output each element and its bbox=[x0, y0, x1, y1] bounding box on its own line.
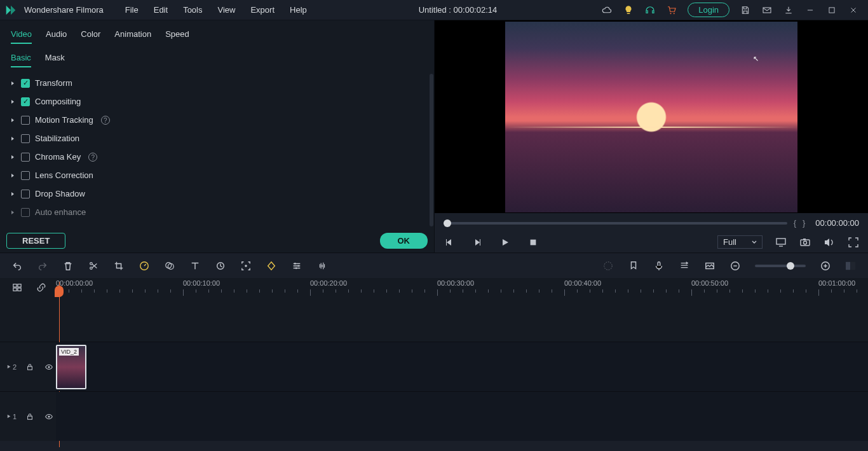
menu-edit[interactable]: Edit bbox=[146, 1, 175, 18]
mark-out-icon[interactable]: } bbox=[803, 218, 805, 228]
stop-icon[interactable] bbox=[527, 237, 539, 248]
chevron-down-icon bbox=[752, 240, 757, 245]
help-icon[interactable]: ? bbox=[101, 116, 110, 125]
panel-footer: RESET OK bbox=[0, 229, 434, 253]
display-icon[interactable] bbox=[775, 237, 787, 248]
play-icon[interactable] bbox=[499, 237, 511, 248]
time-ruler[interactable]: 00:00:00:0000:00:10:0000:00:20:0000:00:3… bbox=[56, 278, 868, 297]
mark-in-icon[interactable]: { bbox=[794, 218, 796, 228]
visibility-icon[interactable] bbox=[43, 411, 55, 422]
cart-icon[interactable] bbox=[666, 4, 677, 16]
undo-icon[interactable] bbox=[11, 260, 23, 272]
ok-button[interactable]: OK bbox=[380, 233, 428, 249]
camera-icon[interactable] bbox=[799, 237, 811, 248]
track-manager-icon[interactable] bbox=[11, 282, 23, 293]
cloud-icon[interactable] bbox=[601, 4, 613, 16]
caret-icon[interactable] bbox=[10, 209, 16, 216]
preview-viewport[interactable]: ↖ bbox=[435, 20, 868, 213]
menu-file[interactable]: File bbox=[118, 1, 146, 18]
prev-frame-icon[interactable] bbox=[444, 237, 455, 248]
checkbox-chroma-key[interactable] bbox=[21, 153, 30, 162]
subtab-mask[interactable]: Mask bbox=[45, 53, 65, 67]
keyframe-icon[interactable] bbox=[266, 260, 277, 272]
caret-icon[interactable] bbox=[10, 117, 16, 123]
redo-icon[interactable] bbox=[37, 260, 48, 272]
tab-animation[interactable]: Animation bbox=[114, 29, 151, 44]
svg-point-7 bbox=[804, 241, 807, 244]
menu-export[interactable]: Export bbox=[243, 1, 282, 18]
speed-icon[interactable] bbox=[139, 260, 150, 272]
checkbox-auto-enhance[interactable] bbox=[21, 208, 30, 217]
caret-icon[interactable] bbox=[10, 80, 16, 87]
lock-icon[interactable] bbox=[24, 361, 36, 373]
fullscreen-icon[interactable] bbox=[848, 237, 859, 248]
menu-help[interactable]: Help bbox=[282, 1, 315, 18]
checkbox-drop-shadow[interactable] bbox=[21, 190, 30, 198]
svg-point-0 bbox=[670, 13, 672, 14]
zoom-fit-icon[interactable] bbox=[845, 260, 857, 272]
zoom-slider[interactable] bbox=[755, 265, 806, 267]
color-icon[interactable] bbox=[164, 260, 175, 272]
caret-icon[interactable] bbox=[10, 172, 16, 179]
zoom-out-icon[interactable] bbox=[729, 260, 741, 272]
text-icon[interactable] bbox=[189, 260, 201, 272]
headphones-icon[interactable] bbox=[644, 4, 656, 16]
keyframe-time-icon[interactable] bbox=[215, 260, 226, 272]
clip[interactable]: VID_2 bbox=[56, 345, 86, 389]
checkbox-stabilization[interactable] bbox=[21, 134, 30, 143]
adjust-icon[interactable] bbox=[291, 260, 302, 272]
minimize-icon[interactable] bbox=[804, 4, 816, 16]
tab-color[interactable]: Color bbox=[81, 29, 100, 44]
split-icon[interactable] bbox=[88, 260, 99, 272]
prop-label: Stabilization bbox=[35, 134, 79, 143]
next-frame-icon[interactable] bbox=[471, 237, 483, 248]
tab-audio[interactable]: Audio bbox=[46, 29, 67, 44]
mail-icon[interactable] bbox=[761, 4, 773, 16]
tab-speed[interactable]: Speed bbox=[165, 29, 189, 44]
render-icon[interactable] bbox=[602, 260, 614, 272]
marker-icon[interactable] bbox=[628, 260, 639, 272]
tab-video[interactable]: Video bbox=[11, 29, 32, 44]
login-button[interactable]: Login bbox=[688, 3, 729, 17]
checkbox-compositing[interactable] bbox=[21, 97, 30, 106]
reset-button[interactable]: RESET bbox=[6, 233, 65, 249]
track-body[interactable]: VID_2 bbox=[56, 342, 868, 391]
crop-icon[interactable] bbox=[113, 260, 125, 272]
download-icon[interactable] bbox=[783, 4, 794, 16]
svg-point-10 bbox=[90, 267, 93, 269]
thumbnails-icon[interactable] bbox=[704, 260, 715, 272]
svg-point-33 bbox=[48, 415, 50, 417]
caret-icon[interactable] bbox=[10, 154, 16, 160]
menu-tools[interactable]: Tools bbox=[175, 1, 210, 18]
track-body[interactable] bbox=[56, 392, 868, 441]
close-icon[interactable] bbox=[848, 4, 859, 16]
zoom-in-icon[interactable] bbox=[820, 260, 831, 272]
caret-icon[interactable] bbox=[10, 191, 16, 197]
audio-icon[interactable] bbox=[316, 260, 328, 272]
lightbulb-icon[interactable] bbox=[623, 4, 634, 16]
quality-dropdown[interactable]: Full bbox=[717, 235, 763, 249]
menu-view[interactable]: View bbox=[210, 1, 243, 18]
seek-head[interactable] bbox=[444, 219, 451, 227]
maximize-icon[interactable] bbox=[826, 4, 837, 16]
caret-icon[interactable] bbox=[10, 99, 16, 105]
visibility-icon[interactable] bbox=[43, 361, 55, 373]
svg-point-23 bbox=[822, 261, 829, 269]
caret-icon[interactable] bbox=[10, 135, 16, 142]
checkbox-motion-tracking[interactable] bbox=[21, 116, 30, 125]
zoom-knob[interactable] bbox=[787, 262, 794, 270]
detect-icon[interactable] bbox=[240, 260, 252, 272]
link-icon[interactable] bbox=[36, 282, 47, 293]
delete-icon[interactable] bbox=[62, 260, 74, 272]
playhead[interactable] bbox=[55, 286, 64, 297]
save-icon[interactable] bbox=[740, 4, 751, 16]
checkbox-transform[interactable] bbox=[21, 79, 30, 88]
lock-icon[interactable] bbox=[24, 411, 36, 422]
seek-bar[interactable] bbox=[444, 222, 787, 225]
checkbox-lens-correction[interactable] bbox=[21, 171, 30, 180]
help-icon[interactable]: ? bbox=[88, 153, 97, 162]
volume-icon[interactable] bbox=[824, 237, 835, 248]
record-voiceover-icon[interactable] bbox=[653, 260, 665, 272]
mixer-icon[interactable] bbox=[679, 260, 690, 272]
subtab-basic[interactable]: Basic bbox=[11, 53, 31, 67]
